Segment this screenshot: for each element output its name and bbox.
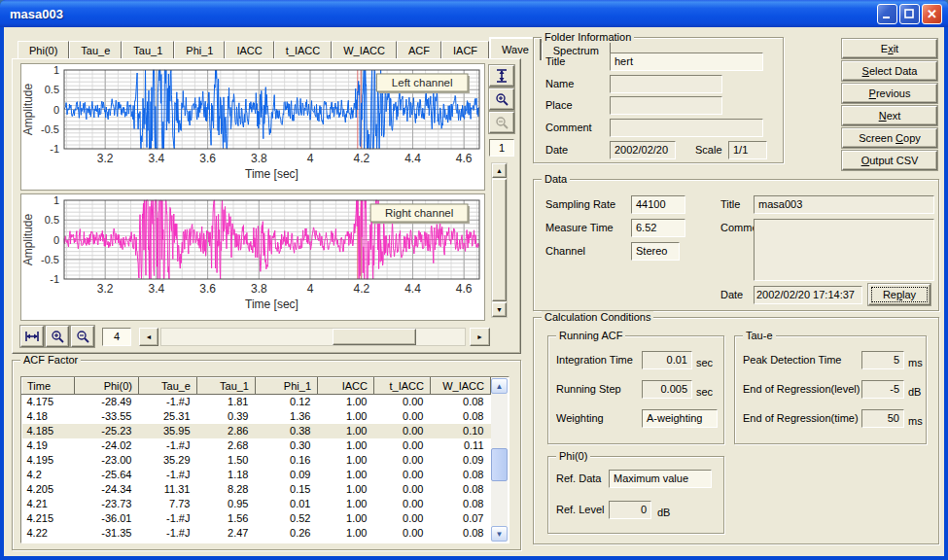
left-channel-chart[interactable]: 3.23.43.63.844.24.44.610.50-0.5-1Time [s… bbox=[20, 63, 485, 191]
folder-comment-field[interactable] bbox=[610, 119, 763, 137]
folder-date-label: Date bbox=[545, 144, 568, 156]
vertical-page-box[interactable]: 1 bbox=[489, 139, 514, 157]
scroll-left-button[interactable]: ◄ bbox=[139, 328, 158, 346]
output-csv-button[interactable]: Output CSV bbox=[842, 151, 937, 170]
scroll-down-button[interactable]: ▼ bbox=[492, 302, 507, 317]
vertical-scroll-thumb[interactable] bbox=[492, 179, 507, 301]
svg-text:3.8: 3.8 bbox=[251, 152, 267, 165]
scroll-right-button[interactable]: ► bbox=[470, 328, 490, 346]
acf-column-header[interactable]: W_IACC bbox=[431, 378, 491, 395]
horizontal-page-box[interactable]: 4 bbox=[102, 328, 131, 346]
table-row[interactable]: 4.18-33.5525.310.391.361.000.000.08 bbox=[22, 409, 491, 424]
title-bar[interactable]: masa003 ✕ bbox=[0, 0, 948, 27]
vertical-scrollbar[interactable]: ▲ ▼ bbox=[491, 162, 508, 318]
zoom-in-vertical-button[interactable] bbox=[489, 88, 514, 110]
data-title-field[interactable]: masa003 bbox=[754, 195, 934, 214]
svg-text:4: 4 bbox=[307, 282, 314, 296]
tab-phi-1[interactable]: Phi_1 bbox=[174, 41, 225, 60]
folder-scale-field[interactable]: 1/1 bbox=[728, 141, 767, 159]
acf-column-header[interactable]: t_IACC bbox=[374, 378, 431, 395]
close-button[interactable]: ✕ bbox=[922, 4, 942, 24]
channel-field[interactable]: Stereo bbox=[631, 242, 680, 261]
acf-column-header[interactable]: Tau_e bbox=[139, 378, 197, 395]
ref-data-field[interactable]: Maximum value bbox=[609, 470, 712, 488]
table-row[interactable]: 4.185-25.2335.952.860.381.000.000.10 bbox=[22, 424, 491, 438]
integration-time-field[interactable]: 0.01 bbox=[642, 351, 692, 369]
zoom-out-vertical-button-disabled[interactable] bbox=[489, 112, 514, 133]
table-row[interactable]: 4.175-28.49-1.#J1.810.121.000.000.08 bbox=[22, 395, 491, 409]
scroll-up-button[interactable]: ▲ bbox=[492, 163, 507, 178]
integration-time-unit: sec bbox=[696, 357, 713, 368]
zoom-out-icon bbox=[495, 116, 509, 129]
table-row[interactable]: 4.21-23.737.730.950.011.000.000.08 bbox=[22, 497, 491, 511]
svg-text:1: 1 bbox=[53, 64, 59, 76]
tab-phi-0-[interactable]: Phi(0) bbox=[18, 41, 69, 60]
ref-level-label: Ref. Level bbox=[556, 504, 605, 515]
data-title-label: Title bbox=[720, 198, 740, 210]
tab-tau-1[interactable]: Tau_1 bbox=[122, 41, 174, 60]
next-button[interactable]: Next bbox=[842, 106, 937, 125]
fit-vertical-button[interactable] bbox=[489, 65, 514, 87]
table-scroll-thumb[interactable] bbox=[491, 448, 508, 481]
tab-acf[interactable]: ACF bbox=[397, 41, 441, 60]
ref-level-field[interactable]: 0 bbox=[609, 501, 651, 519]
svg-text:3.4: 3.4 bbox=[149, 152, 165, 165]
svg-text:3.6: 3.6 bbox=[199, 282, 216, 296]
tab-w-iacc[interactable]: W_IACC bbox=[332, 41, 397, 60]
previous-button[interactable]: Previous bbox=[842, 84, 937, 103]
table-row[interactable]: 4.215-36.01-1.#J1.560.521.000.000.07 bbox=[22, 511, 491, 526]
screen-copy-button[interactable]: Screen Copy bbox=[842, 128, 937, 148]
table-row[interactable]: 4.195-23.0035.291.500.161.000.000.09 bbox=[22, 453, 491, 468]
running-step-field[interactable]: 0.005 bbox=[642, 380, 692, 399]
table-scrollbar[interactable]: ▲ ▼ bbox=[491, 378, 508, 542]
svg-text:3.2: 3.2 bbox=[97, 282, 114, 296]
replay-button[interactable]: Replay bbox=[868, 284, 930, 305]
end-of-regression-time-field[interactable]: 50 bbox=[861, 409, 904, 428]
table-row[interactable]: 4.205-24.3411.318.280.151.000.000.08 bbox=[22, 482, 491, 497]
right-channel-chart[interactable]: 3.23.43.63.844.24.44.610.50-0.5-1Time [s… bbox=[20, 193, 485, 321]
acf-factor-table[interactable]: TimePhi(0)Tau_eTau_1Phi_1IACCt_IACCW_IAC… bbox=[21, 377, 491, 541]
table-scroll-up-button[interactable]: ▲ bbox=[491, 378, 508, 394]
svg-text:Amplitude: Amplitude bbox=[21, 84, 35, 136]
acf-factor-label: ACF Factor bbox=[20, 354, 81, 366]
table-row[interactable]: 4.19-24.02-1.#J2.680.301.000.000.11 bbox=[22, 438, 491, 453]
fit-horizontal-button[interactable] bbox=[20, 326, 44, 347]
folder-date-field[interactable]: 2002/02/20 bbox=[610, 141, 676, 159]
tab-iacc[interactable]: IACC bbox=[225, 41, 273, 60]
maximize-button[interactable] bbox=[899, 4, 920, 24]
tab-iacf[interactable]: IACF bbox=[441, 41, 489, 60]
select-data-button[interactable]: Select Data bbox=[842, 61, 937, 81]
table-scroll-down-button[interactable]: ▼ bbox=[491, 526, 508, 542]
acf-column-header[interactable]: Phi_1 bbox=[256, 378, 318, 395]
horizontal-scrollbar[interactable] bbox=[160, 328, 466, 346]
arrow-up-icon: ▲ bbox=[496, 382, 504, 391]
table-row[interactable]: 4.2-25.64-1.#J1.180.091.000.000.08 bbox=[22, 468, 491, 482]
sampling-rate-label: Sampling Rate bbox=[545, 198, 615, 210]
minimize-button[interactable] bbox=[877, 4, 897, 24]
window-title: masa003 bbox=[0, 7, 63, 21]
sampling-rate-field[interactable]: 44100 bbox=[631, 195, 685, 214]
data-date-field[interactable]: 2002/02/20 17:14:37 bbox=[754, 286, 862, 304]
running-step-label: Running Step bbox=[556, 383, 621, 395]
folder-name-field[interactable] bbox=[610, 75, 722, 93]
zoom-in-horizontal-button[interactable] bbox=[46, 326, 69, 347]
acf-column-header[interactable]: IACC bbox=[318, 378, 374, 395]
measure-time-field[interactable]: 6.52 bbox=[631, 219, 685, 237]
end-of-regression-level-field[interactable]: -5 bbox=[861, 380, 904, 399]
acf-column-header[interactable]: Tau_1 bbox=[197, 378, 256, 395]
horizontal-scroll-thumb[interactable] bbox=[333, 329, 416, 345]
acf-column-header[interactable]: Phi(0) bbox=[75, 378, 139, 395]
end-of-regression-level-unit: dB bbox=[908, 386, 921, 398]
peak-detection-time-field[interactable]: 5 bbox=[861, 351, 904, 369]
exit-button[interactable]: Exit bbox=[842, 39, 937, 58]
data-comment-field[interactable] bbox=[754, 219, 934, 281]
acf-column-header[interactable]: Time bbox=[22, 378, 75, 395]
tab-t-iacc[interactable]: t_IACC bbox=[274, 41, 332, 60]
zoom-out-horizontal-button[interactable] bbox=[71, 326, 94, 347]
tab-tau-e[interactable]: Tau_e bbox=[69, 41, 122, 60]
table-row[interactable]: 4.22-31.35-1.#J2.470.261.000.000.08 bbox=[22, 526, 491, 541]
weighting-field[interactable]: A-weighting bbox=[642, 409, 718, 428]
zoom-out-icon bbox=[76, 330, 89, 343]
folder-title-field[interactable]: hert bbox=[610, 52, 763, 71]
folder-place-field[interactable] bbox=[610, 96, 722, 115]
